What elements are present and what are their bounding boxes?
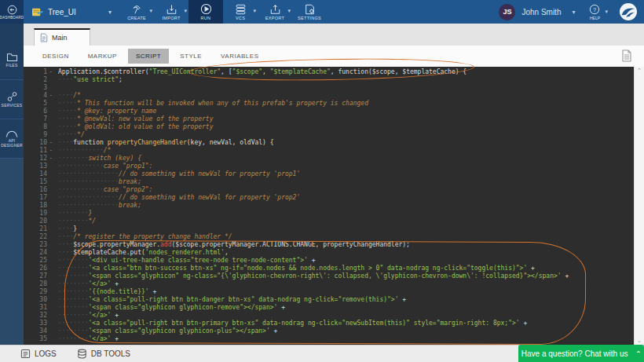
code-line[interactable]: 2····"use strict";	[24, 76, 634, 84]
line-number[interactable]: 7	[24, 115, 58, 123]
code-line[interactable]: 7·····* @newVal: new value of the proper…	[24, 115, 634, 123]
code-line[interactable]: 21····}	[24, 225, 634, 233]
line-number[interactable]: 28	[24, 280, 58, 288]
sidebar-item-files[interactable]: FILES	[0, 41, 24, 80]
code-line[interactable]: 33········'<a class="pull-right btn btn-…	[24, 320, 634, 327]
line-number[interactable]: 33	[24, 320, 58, 327]
line-number[interactable]: 4-	[24, 92, 58, 100]
line-number[interactable]: 34	[24, 327, 58, 335]
subtab-variables[interactable]: VARIABLES	[213, 49, 266, 64]
code-line[interactable]: 23····$scope.propertyManager.add($scope.…	[24, 241, 634, 249]
code-line[interactable]: 17················// do something with n…	[24, 194, 634, 202]
code-line[interactable]: 20········*/	[24, 218, 634, 225]
format-file-icon[interactable]	[620, 49, 633, 63]
subtab-script[interactable]: SCRIPT	[128, 49, 169, 64]
menu-run[interactable]: RUN	[188, 0, 223, 24]
logs-button[interactable]: LOGS	[20, 349, 57, 359]
avatar[interactable]: JS	[499, 4, 515, 20]
code-lines[interactable]: 1-Application.$controller("Tree_UIContro…	[24, 67, 634, 345]
line-number[interactable]: 14	[24, 170, 58, 178]
code-line[interactable]: 32········'</a>' +	[24, 312, 634, 320]
menu-settings[interactable]: SETTINGS	[292, 0, 327, 24]
code-line[interactable]: 10-····function propertyChangeHandler(ke…	[24, 139, 634, 147]
code-line[interactable]: 24····$templateCache.put('nodes_renderer…	[24, 249, 634, 257]
line-number[interactable]: 32	[24, 312, 58, 320]
sidebar-item-dashboard[interactable]: DASHBOARD	[0, 0, 24, 24]
line-number[interactable]: 25	[24, 257, 58, 265]
code-line[interactable]: 15················break;	[24, 178, 634, 186]
scroll-up-icon[interactable]: ⌃	[637, 68, 642, 74]
wavemaker-logo-icon[interactable]	[619, 2, 638, 21]
code-line[interactable]: 4-····/*	[24, 92, 634, 100]
code-line[interactable]: 30········'<a class="pull-right btn btn-…	[24, 296, 634, 304]
line-number[interactable]: 5	[24, 100, 58, 108]
line-number[interactable]: 20	[24, 218, 58, 225]
line-number[interactable]: 16	[24, 186, 58, 194]
line-number[interactable]: 19	[24, 210, 58, 218]
sidebar-item-api-designer[interactable]: API DESIGNER	[0, 119, 24, 159]
code-line[interactable]: 14················// do something with n…	[24, 170, 634, 178]
line-number[interactable]: 1-	[24, 68, 58, 76]
tab-main[interactable]: Main	[34, 28, 90, 46]
line-number[interactable]: 22	[24, 233, 58, 241]
subtab-markup[interactable]: MARKUP	[80, 49, 125, 64]
line-number[interactable]: 18	[24, 202, 58, 210]
menu-export[interactable]: EXPORT ▾	[258, 0, 292, 24]
editor-scrollbar[interactable]: ⌃ ⌄	[634, 67, 644, 345]
line-number[interactable]: 30	[24, 296, 58, 304]
line-number[interactable]: 2	[24, 76, 58, 84]
line-number[interactable]: 21	[24, 225, 58, 233]
code-line[interactable]: 19········}	[24, 210, 634, 218]
line-number[interactable]: 31	[24, 304, 58, 312]
line-number[interactable]: 17	[24, 194, 58, 202]
code-line[interactable]: 34········'<span class="glyphicon glyphi…	[24, 327, 634, 335]
line-number[interactable]: 3	[24, 84, 58, 92]
code-line[interactable]: 31········'<span class="glyphicon glyphi…	[24, 304, 634, 312]
code-line[interactable]: 3	[24, 84, 634, 92]
help-caret-icon[interactable]: ▾	[605, 9, 608, 15]
code-line[interactable]: 9·····*/	[24, 131, 634, 139]
code-editor[interactable]: 1-Application.$controller("Tree_UIContro…	[24, 67, 644, 345]
help-button[interactable]: ? HELP	[589, 4, 600, 20]
scroll-down-icon[interactable]: ⌄	[637, 338, 642, 344]
db-tools-button[interactable]: DB TOOLS	[77, 349, 130, 359]
code-line[interactable]: 35········'</a>' +	[24, 335, 634, 343]
subtab-design[interactable]: DESIGN	[35, 49, 77, 64]
line-number[interactable]: 9	[24, 131, 58, 139]
line-number[interactable]: 11-	[24, 147, 58, 155]
code-line[interactable]: 25········'<div ui-tree-handle class="tr…	[24, 257, 634, 265]
code-line[interactable]: 18················break;	[24, 202, 634, 210]
code-line[interactable]: 6·····* @key: property name	[24, 108, 634, 115]
line-number[interactable]: 15	[24, 178, 58, 186]
line-number[interactable]: 6	[24, 108, 58, 115]
code-line[interactable]: 22····/* register the property change ha…	[24, 233, 634, 241]
code-line[interactable]: 5·····* This function will be invoked wh…	[24, 100, 634, 108]
code-line[interactable]: 28········'</a>' +	[24, 280, 634, 288]
line-number[interactable]: 29	[24, 288, 58, 296]
line-number[interactable]: 27	[24, 272, 58, 280]
user-caret-icon[interactable]: ▾	[572, 9, 575, 16]
line-number[interactable]: 24	[24, 249, 58, 257]
line-number[interactable]: 35	[24, 335, 58, 343]
line-number[interactable]: 12-	[24, 155, 58, 163]
line-number[interactable]: 23	[24, 241, 58, 249]
menu-create[interactable]: CREATE ▾	[119, 0, 154, 24]
sidebar-item-services[interactable]: SERVICES	[0, 80, 24, 119]
line-number[interactable]: 10-	[24, 139, 58, 147]
code-line[interactable]: 29········'{{node.title}}' +	[24, 288, 634, 296]
chat-widget-button[interactable]: Have a question? Chat with us ⌃	[518, 345, 644, 362]
project-selector[interactable]: Tree_UI ▾	[24, 0, 119, 24]
code-line[interactable]: 16············case "prop2":	[24, 186, 634, 194]
line-number[interactable]: 13	[24, 163, 58, 170]
code-line[interactable]: 27········'<span class="glyphicon" ng-cl…	[24, 272, 634, 280]
code-line[interactable]: 26········'<a class="btn btn-success btn…	[24, 265, 634, 272]
code-line[interactable]: 1-Application.$controller("Tree_UIContro…	[24, 68, 634, 76]
subtab-style[interactable]: STYLE	[172, 49, 210, 64]
code-line[interactable]: 11-············/*	[24, 147, 634, 155]
menu-import[interactable]: IMPORT ▾	[154, 0, 188, 24]
code-line[interactable]: 8·····* @oldVal: old value of the proper…	[24, 123, 634, 131]
menu-vcs[interactable]: VCS ▾	[223, 0, 258, 24]
line-number[interactable]: 26	[24, 265, 58, 272]
code-line[interactable]: 13············case "prop1":	[24, 163, 634, 170]
line-number[interactable]: 8	[24, 123, 58, 131]
